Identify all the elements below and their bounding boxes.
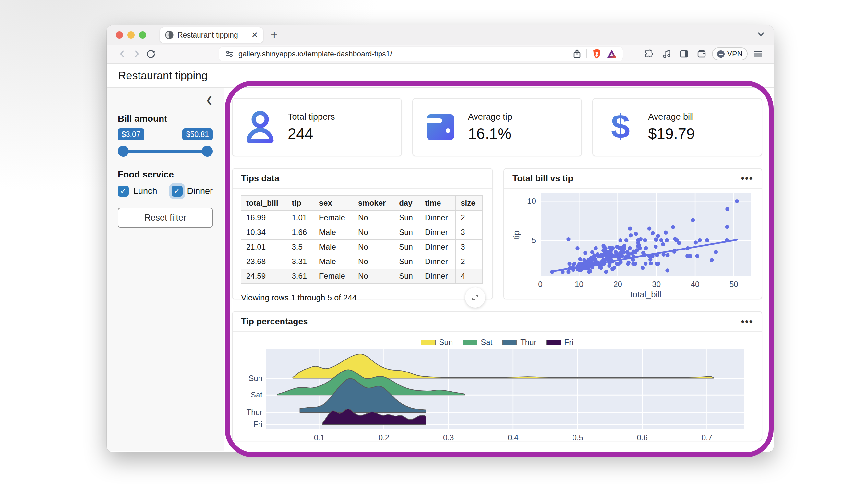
back-button[interactable] xyxy=(115,47,129,61)
value-box-title: Average tip xyxy=(468,112,512,122)
category-label: Thur xyxy=(247,408,262,417)
close-tab-icon[interactable]: ✕ xyxy=(251,30,258,39)
column-header[interactable]: tip xyxy=(287,196,314,211)
scatter-card: Total bill vs tip ••• 01020304050510tipt… xyxy=(503,168,762,300)
checkbox-checked-icon: ✓ xyxy=(118,186,129,196)
legend-item[interactable]: Thur xyxy=(502,338,536,347)
sidebar-toggle-button[interactable] xyxy=(677,47,691,61)
back-arrow-icon xyxy=(117,49,127,59)
menu-button[interactable] xyxy=(751,47,765,61)
brave-shields-icon[interactable] xyxy=(592,48,602,59)
value-box-row: Total tippers 244 xyxy=(232,98,762,156)
table-cell: Dinner xyxy=(420,269,456,283)
browser-tab[interactable]: Restaurant tipping ✕ xyxy=(160,27,263,43)
value-box-total-tippers: Total tippers 244 xyxy=(232,98,402,156)
x-tick-label: 0 xyxy=(538,280,542,288)
card-menu-button[interactable]: ••• xyxy=(741,175,753,182)
app-header: Restaurant tipping xyxy=(107,64,774,88)
media-button[interactable] xyxy=(659,47,674,61)
toolbar-icons: VPN xyxy=(642,47,765,61)
legend-swatch xyxy=(463,340,477,345)
site-settings-icon[interactable] xyxy=(225,49,234,58)
window-controls xyxy=(116,31,146,39)
table-cell: 24.59 xyxy=(241,269,287,283)
legend-swatch xyxy=(502,340,517,345)
legend-item[interactable]: Sun xyxy=(421,338,453,347)
legend-swatch xyxy=(546,340,561,345)
sidebar-collapse-button[interactable]: ❮ xyxy=(206,95,213,105)
ridge-plot[interactable]: 0.10.20.30.40.50.60.7SunSatThurFri xyxy=(240,347,754,442)
table-cell: Dinner xyxy=(420,211,456,225)
vpn-status-icon xyxy=(717,50,725,58)
slider-handle-max[interactable] xyxy=(202,146,213,157)
legend-label: Thur xyxy=(520,338,536,347)
checkbox-lunch[interactable]: ✓ Lunch xyxy=(118,186,157,196)
close-window-button[interactable] xyxy=(116,31,123,39)
column-header[interactable]: time xyxy=(420,196,456,211)
table-cell: 10.34 xyxy=(241,225,287,240)
column-header[interactable]: day xyxy=(394,196,420,211)
legend-label: Sun xyxy=(439,338,453,347)
url-text[interactable]: gallery.shinyapps.io/template-dashboard-… xyxy=(239,50,568,58)
column-header[interactable]: total_bill xyxy=(241,196,287,211)
y-tick-label: 10 xyxy=(527,196,536,205)
ridge-legend: SunSatThurFri xyxy=(232,338,762,347)
table-cell: 23.68 xyxy=(241,254,287,269)
table-cell: 3 xyxy=(456,225,483,240)
table-cell: Sun xyxy=(394,269,420,283)
reset-filter-button[interactable]: Reset filter xyxy=(118,208,213,228)
x-tick-label: 0.3 xyxy=(443,433,454,442)
scatter-plot[interactable]: 01020304050510tiptotal_bill xyxy=(509,189,756,300)
new-tab-button[interactable]: + xyxy=(271,28,278,42)
table-cell: Female xyxy=(314,211,353,225)
x-tick-label: 0.1 xyxy=(314,433,325,442)
brave-rewards-bat-icon[interactable] xyxy=(607,49,617,59)
category-label: Sun xyxy=(248,374,262,383)
table-row[interactable]: 23.683.31MaleNoSunDinner2 xyxy=(241,254,483,269)
x-tick-label: 0.6 xyxy=(637,433,648,442)
legend-item[interactable]: Sat xyxy=(463,338,492,347)
table-row[interactable]: 16.991.01FemaleNoSunDinner2 xyxy=(241,211,483,225)
slider-max-badge: $50.81 xyxy=(182,128,213,141)
table-cell: 3.5 xyxy=(287,240,314,254)
value-box-value: 16.1% xyxy=(468,125,512,143)
forward-button[interactable] xyxy=(129,47,144,61)
browser-tab-bar: Restaurant tipping ✕ + xyxy=(107,25,774,45)
vpn-button[interactable]: VPN xyxy=(712,48,748,60)
legend-label: Fri xyxy=(564,338,574,347)
table-row[interactable]: 24.593.61FemaleNoSunDinner4 xyxy=(241,269,483,283)
y-axis-label: tip xyxy=(512,231,521,239)
table-cell: No xyxy=(353,211,394,225)
checkbox-dinner[interactable]: ✓ Dinner xyxy=(172,186,213,196)
expand-icon xyxy=(471,293,480,302)
column-header[interactable]: smoker xyxy=(353,196,394,211)
slider-handle-min[interactable] xyxy=(118,146,129,157)
zoom-window-button[interactable] xyxy=(139,31,146,39)
table-cell: No xyxy=(353,269,394,283)
expand-table-button[interactable] xyxy=(465,287,485,308)
table-row[interactable]: 21.013.5MaleNoSunDinner3 xyxy=(241,240,483,254)
x-tick-label: 0.7 xyxy=(702,433,712,442)
minimize-window-button[interactable] xyxy=(127,31,134,39)
wallet-button[interactable] xyxy=(694,47,709,61)
tab-search-button[interactable] xyxy=(756,30,766,40)
column-header[interactable]: sex xyxy=(314,196,353,211)
url-bar[interactable]: gallery.shinyapps.io/template-dashboard-… xyxy=(219,47,623,61)
legend-item[interactable]: Fri xyxy=(546,338,574,347)
card-title: Total bill vs tip xyxy=(513,174,573,184)
table-cell: Sun xyxy=(394,240,420,254)
slider-track[interactable] xyxy=(120,150,210,152)
table-cell: Female xyxy=(314,269,353,283)
card-menu-button[interactable]: ••• xyxy=(741,318,753,325)
share-icon[interactable] xyxy=(572,49,582,59)
table-row[interactable]: 10.341.66MaleNoSunDinner3 xyxy=(241,225,483,240)
value-box-value: 244 xyxy=(288,125,335,143)
table-cell: 3 xyxy=(456,240,483,254)
extensions-button[interactable] xyxy=(642,47,656,61)
table-cell: Dinner xyxy=(420,225,456,240)
column-header[interactable]: size xyxy=(456,196,483,211)
x-axis-label: total_bill xyxy=(630,289,661,299)
app-page: Restaurant tipping ❮ Bill amount $3.07 $… xyxy=(107,64,774,451)
table-cell: Male xyxy=(314,254,353,269)
reload-button[interactable] xyxy=(144,47,158,61)
